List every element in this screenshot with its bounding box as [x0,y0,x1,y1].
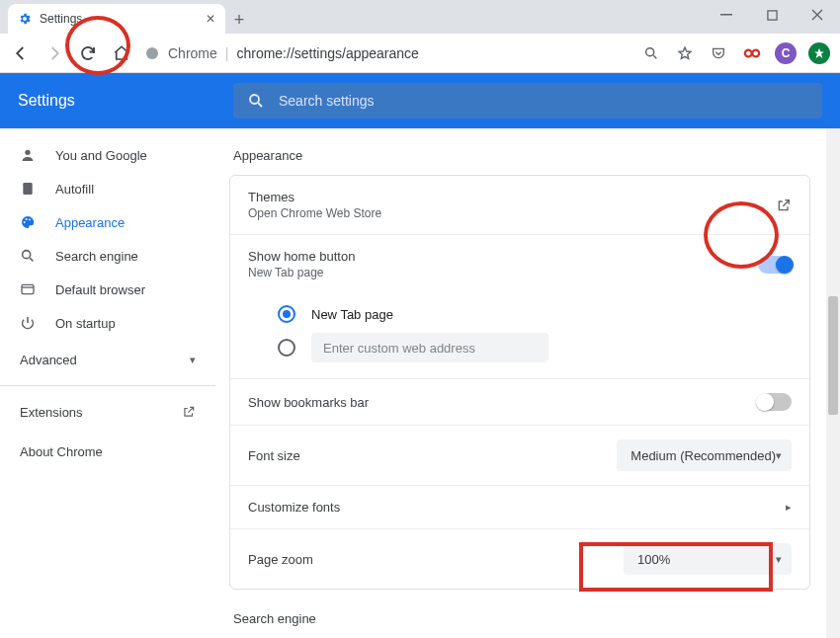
browser-toolbar: Chrome | chrome://settings/appearance C [0,34,840,73]
settings-content: Appearance Themes Open Chrome Web Store … [215,128,840,638]
sidebar-advanced[interactable]: Advanced ▾ [0,340,215,379]
settings-search-input[interactable] [277,92,808,110]
new-tab-button[interactable]: + [225,6,253,34]
zoom-search-icon[interactable] [640,42,662,64]
palette-icon [20,214,38,230]
svg-point-12 [23,251,31,259]
row-page-zoom[interactable]: Page zoom 100% ▾ [230,528,809,589]
chevron-down-icon: ▾ [190,354,196,366]
sidebar-about[interactable]: About Chrome [0,432,215,471]
settings-search[interactable] [233,83,822,119]
sidebar-item-on-startup[interactable]: On startup [0,306,215,340]
section-heading-appearance: Appearance [233,148,810,163]
svg-point-5 [752,49,759,56]
address-bar[interactable]: Chrome | chrome://settings/appearance [144,45,629,61]
svg-point-2 [146,47,158,59]
site-icon [144,45,160,61]
link-chain-icon[interactable] [741,42,763,64]
page-zoom-select[interactable]: 100% ▾ [624,543,792,575]
gear-icon [18,12,32,26]
radio-custom-url[interactable] [278,339,295,357]
svg-rect-8 [23,183,32,195]
bookmarks-bar-title: Show bookmarks bar [248,395,369,410]
sidebar-item-label: Search engine [55,249,138,264]
external-link-icon [776,198,792,213]
svg-rect-1 [767,10,776,19]
browser-tab[interactable]: Settings ✕ [8,4,225,34]
font-size-label: Font size [248,448,300,463]
back-button[interactable] [10,42,32,64]
external-link-icon [182,405,196,419]
sidebar-item-default-browser[interactable]: Default browser [0,273,215,306]
sidebar-item-label: You and Google [55,148,147,163]
toggle-bookmarks-bar[interactable] [758,393,792,411]
profile-avatar[interactable]: C [775,42,797,64]
radio-new-tab-label: New Tab page [311,307,393,322]
svg-point-10 [26,218,28,220]
scrollbar-thumb[interactable] [828,296,838,415]
svg-rect-0 [720,14,732,16]
pocket-icon[interactable] [708,42,729,64]
home-button-sub: New Tab page [248,266,355,279]
person-icon [20,147,38,163]
sidebar-extensions[interactable]: Extensions [0,392,215,432]
customize-fonts-label: Customize fonts [248,500,340,515]
custom-url-input[interactable] [311,333,548,362]
section-heading-search-engine: Search engine [233,611,810,626]
page-zoom-value: 100% [637,552,670,567]
sidebar-item-label: Default browser [55,282,145,297]
extension-badge[interactable] [808,42,830,64]
minimize-button[interactable] [704,0,749,30]
sidebar-advanced-label: Advanced [20,353,77,367]
themes-sub: Open Chrome Web Store [248,206,381,220]
tab-title: Settings [40,12,82,26]
sidebar-extensions-label: Extensions [20,405,83,420]
font-size-select[interactable]: Medium (Recommended) ▾ [617,439,792,471]
search-icon [247,92,265,110]
svg-point-4 [745,49,752,56]
svg-point-6 [250,95,259,104]
row-home-button: Show home button New Tab page [230,234,809,293]
sidebar-item-label: Appearance [55,215,125,230]
sidebar-item-label: On startup [55,316,116,331]
sidebar-item-you-and-google[interactable]: You and Google [0,138,215,172]
home-button[interactable] [111,42,132,64]
vertical-scrollbar[interactable] [826,128,840,638]
row-bookmarks-bar: Show bookmarks bar [230,378,809,425]
row-themes[interactable]: Themes Open Chrome Web Store [230,176,809,234]
sidebar-item-appearance[interactable]: Appearance [0,205,215,239]
font-size-value: Medium (Recommended) [630,448,776,463]
svg-point-11 [29,218,31,220]
themes-title: Themes [248,190,381,204]
svg-point-3 [646,47,654,55]
svg-point-7 [25,150,30,155]
close-tab-icon[interactable]: ✕ [206,12,215,26]
magnifier-icon [20,248,38,264]
row-customize-fonts[interactable]: Customize fonts ▸ [230,485,809,528]
url-origin: Chrome [168,45,217,61]
forward-button[interactable] [43,42,65,64]
toggle-show-home-button[interactable] [758,256,792,274]
home-button-radio-group: New Tab page [230,293,809,378]
settings-sidebar: You and Google Autofill Appearance Searc… [0,128,215,638]
row-font-size[interactable]: Font size Medium (Recommended) ▾ [230,425,809,485]
sidebar-item-search-engine[interactable]: Search engine [0,239,215,273]
home-button-title: Show home button [248,249,355,264]
radio-new-tab-page[interactable] [278,305,295,323]
appearance-card: Themes Open Chrome Web Store Show home b… [229,175,810,590]
browser-icon [20,281,38,297]
bookmark-star-icon[interactable] [674,42,696,64]
sidebar-item-autofill[interactable]: Autofill [0,172,215,205]
settings-title: Settings [18,92,215,110]
reload-button[interactable] [77,42,99,64]
maximize-button[interactable] [749,0,795,30]
svg-rect-13 [22,284,34,293]
page-zoom-label: Page zoom [248,552,313,567]
browser-titlebar: Settings ✕ + [0,0,840,34]
sidebar-divider [0,385,215,386]
svg-point-9 [24,221,26,223]
close-window-button[interactable] [795,0,840,30]
chevron-down-icon: ▾ [776,449,782,462]
chevron-right-icon: ▸ [786,501,792,514]
clipboard-icon [20,181,38,197]
